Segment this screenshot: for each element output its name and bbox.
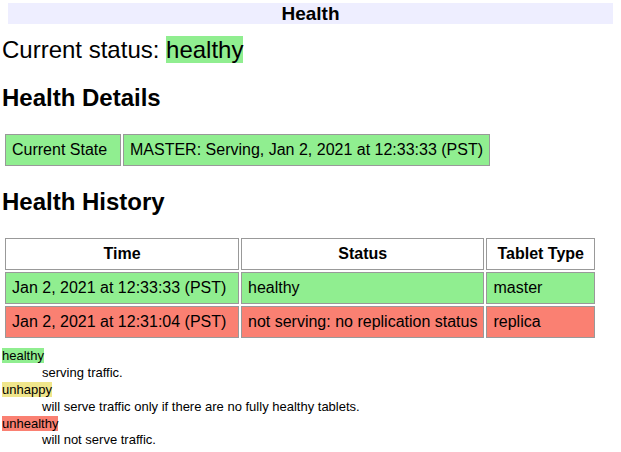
time-cell: Jan 2, 2021 at 12:33:33 (PST)	[5, 272, 239, 304]
legend-term-unhealthy: unhealthy	[2, 416, 58, 431]
column-header-status: Status	[241, 238, 484, 270]
time-cell: Jan 2, 2021 at 12:31:04 (PST)	[5, 306, 239, 338]
legend-term: healthy	[2, 348, 621, 365]
legend-term: unhappy	[2, 382, 621, 399]
tablet-type-cell: replica	[486, 306, 595, 338]
legend-description: serving traffic.	[42, 365, 621, 382]
history-row: Jan 2, 2021 at 12:33:33 (PST) healthy ma…	[5, 272, 595, 304]
history-header-row: Time Status Tablet Type	[5, 238, 595, 270]
health-details-table: Current State MASTER: Serving, Jan 2, 20…	[3, 132, 492, 168]
current-status-label: Current status:	[2, 36, 159, 63]
page-title: Health	[281, 3, 339, 24]
health-history-table: Time Status Tablet Type Jan 2, 2021 at 1…	[3, 236, 597, 340]
legend-term-unhappy: unhappy	[2, 382, 52, 397]
legend: healthy serving traffic. unhappy will se…	[2, 348, 621, 449]
page-header: Health	[8, 3, 613, 24]
current-state-value-cell: MASTER: Serving, Jan 2, 2021 at 12:33:33…	[123, 134, 490, 166]
legend-term: unhealthy	[2, 416, 621, 433]
legend-term-healthy: healthy	[2, 348, 44, 363]
column-header-time: Time	[5, 238, 239, 270]
legend-description: will not serve traffic.	[42, 432, 621, 449]
status-cell: not serving: no replication status	[241, 306, 484, 338]
health-details-heading: Health Details	[2, 84, 621, 112]
tablet-type-cell: master	[486, 272, 595, 304]
current-status-line: Current status: healthy	[2, 36, 621, 64]
health-history-heading: Health History	[2, 188, 621, 216]
current-state-label-cell: Current State	[5, 134, 121, 166]
column-header-tablet-type: Tablet Type	[486, 238, 595, 270]
health-details-row: Current State MASTER: Serving, Jan 2, 20…	[5, 134, 490, 166]
status-cell: healthy	[241, 272, 484, 304]
history-row: Jan 2, 2021 at 12:31:04 (PST) not servin…	[5, 306, 595, 338]
legend-description: will serve traffic only if there are no …	[42, 399, 621, 416]
current-status-badge: healthy	[166, 36, 243, 63]
